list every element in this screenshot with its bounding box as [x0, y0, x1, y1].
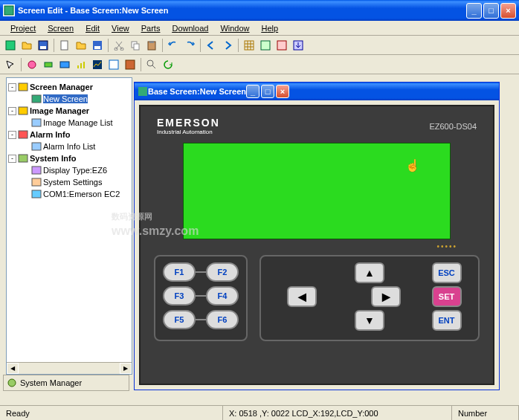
child-window-title: Base Screen:New Screen	[148, 87, 246, 96]
lcd-screen-canvas[interactable]: ☝	[183, 143, 451, 239]
child-close-button[interactable]: ×	[276, 85, 289, 98]
open-screen-button[interactable]	[74, 38, 88, 53]
right-arrow-key[interactable]: ▶	[371, 286, 401, 307]
horizontal-scrollbar[interactable]: ◀ ▶	[7, 362, 132, 374]
tree-node[interactable]: Image Manage List	[8, 117, 130, 129]
list-icon	[31, 141, 42, 152]
menu-parts[interactable]: Parts	[135, 22, 167, 34]
tree-node[interactable]: COM1:Emerson EC2	[8, 188, 130, 200]
menu-download[interactable]: Download	[166, 22, 214, 34]
svg-rect-25	[126, 60, 135, 69]
image-button[interactable]	[123, 57, 138, 72]
grid-button[interactable]	[242, 38, 257, 53]
svg-rect-19	[60, 62, 69, 68]
tree-node[interactable]: -Screen Manager	[8, 81, 130, 93]
window-title: Screen Edit - Base Screen:New Screen	[18, 6, 466, 15]
tree-label[interactable]: Image Manage List	[43, 118, 113, 127]
tree-label[interactable]: New Screen	[43, 94, 88, 103]
f3-key[interactable]: F3	[163, 286, 196, 306]
f5-key[interactable]: F5	[163, 310, 196, 329]
prev-button[interactable]	[204, 38, 219, 53]
bar-button[interactable]	[74, 57, 88, 72]
tree-node[interactable]: -System Info	[8, 152, 130, 164]
svg-rect-14	[261, 41, 270, 50]
cut-button[interactable]	[112, 38, 126, 53]
preview-button[interactable]	[274, 38, 289, 53]
pointer-button[interactable]	[3, 57, 18, 72]
key-link-icon	[196, 319, 206, 320]
child-maximize-button[interactable]: □	[261, 85, 274, 98]
text-button[interactable]	[106, 57, 121, 72]
menu-edit[interactable]: Edit	[80, 22, 106, 34]
new-project-button[interactable]	[3, 38, 18, 53]
tree-label[interactable]: System Settings	[43, 178, 102, 187]
minimize-button[interactable]: _	[466, 3, 482, 19]
separator	[141, 58, 141, 71]
lamp-button[interactable]	[25, 57, 39, 72]
scroll-right-button[interactable]: ▶	[120, 363, 132, 374]
esc-key[interactable]: ESC	[432, 262, 462, 283]
tree-node[interactable]: Alarm Info List	[8, 140, 130, 152]
f6-key[interactable]: F6	[206, 310, 239, 329]
set-key[interactable]: SET	[432, 286, 462, 307]
save-project-button[interactable]	[36, 38, 51, 53]
copy-button[interactable]	[128, 38, 143, 53]
download-button[interactable]	[291, 38, 306, 53]
refresh-button[interactable]	[161, 57, 175, 72]
svg-rect-33	[19, 155, 28, 162]
left-arrow-key[interactable]: ◀	[287, 286, 317, 307]
tree-node[interactable]: System Settings	[8, 176, 130, 188]
tree-toggle[interactable]: -	[8, 83, 16, 91]
svg-rect-34	[32, 167, 41, 174]
menu-screen[interactable]: Screen	[42, 22, 80, 34]
down-arrow-key[interactable]: ▼	[355, 310, 384, 331]
menu-project[interactable]: Project	[4, 22, 42, 34]
svg-rect-21	[80, 63, 82, 68]
tree-label[interactable]: System Info	[30, 154, 76, 163]
f1-key[interactable]: F1	[163, 262, 196, 282]
tree-label[interactable]: Alarm Info List	[43, 142, 95, 151]
tree-node[interactable]: -Alarm Info	[8, 129, 130, 140]
undo-button[interactable]	[166, 38, 181, 53]
tree-label[interactable]: Screen Manager	[30, 83, 93, 91]
system-manager-tab[interactable]: System Manager	[3, 375, 129, 391]
layout-button[interactable]	[258, 38, 273, 53]
keypad-row: F1F2 F3F4 F5F6 ▲ ESC ◀ ▶ SET ▼ ENT	[146, 255, 487, 341]
tree-label[interactable]: Display Type:EZ6	[43, 166, 107, 175]
tree-label[interactable]: Alarm Info	[30, 130, 70, 139]
f4-key[interactable]: F4	[206, 286, 239, 306]
svg-rect-3	[40, 46, 46, 49]
tree-label[interactable]: COM1:Emerson EC2	[43, 190, 120, 198]
numeric-button[interactable]	[57, 57, 72, 72]
save-screen-button[interactable]	[90, 38, 105, 53]
paste-button[interactable]	[144, 38, 159, 53]
tree-label[interactable]: Image Manager	[30, 106, 89, 115]
next-button[interactable]	[220, 38, 235, 53]
tree-node[interactable]: New Screen	[8, 93, 130, 105]
up-arrow-key[interactable]: ▲	[355, 262, 384, 283]
zoom-button[interactable]	[144, 57, 159, 72]
tree-toggle[interactable]: -	[8, 155, 16, 163]
close-button[interactable]: ×	[500, 3, 516, 19]
scroll-track[interactable]	[19, 363, 120, 374]
maximize-button[interactable]: □	[483, 3, 499, 19]
f2-key[interactable]: F2	[206, 262, 239, 282]
tree-node[interactable]: -Image Manager	[8, 105, 130, 117]
svg-rect-38	[138, 87, 147, 96]
tree-toggle[interactable]: -	[8, 131, 16, 139]
redo-button[interactable]	[182, 38, 197, 53]
menu-view[interactable]: View	[106, 22, 135, 34]
menu-help[interactable]: Help	[256, 22, 285, 34]
menu-window[interactable]: Window	[214, 22, 255, 34]
trend-button[interactable]	[90, 57, 105, 72]
child-window: Base Screen:New Screen _ □ × EMERSON Ind…	[134, 82, 500, 390]
child-minimize-button[interactable]: _	[246, 85, 260, 98]
switch-button[interactable]	[41, 57, 56, 72]
ent-key[interactable]: ENT	[432, 310, 462, 331]
tree-toggle[interactable]: -	[8, 107, 16, 115]
new-screen-button[interactable]	[57, 38, 72, 53]
open-button[interactable]	[19, 38, 34, 53]
scroll-left-button[interactable]: ◀	[7, 363, 19, 374]
status-ready: Ready	[0, 406, 223, 420]
tree-node[interactable]: Display Type:EZ6	[8, 164, 130, 176]
